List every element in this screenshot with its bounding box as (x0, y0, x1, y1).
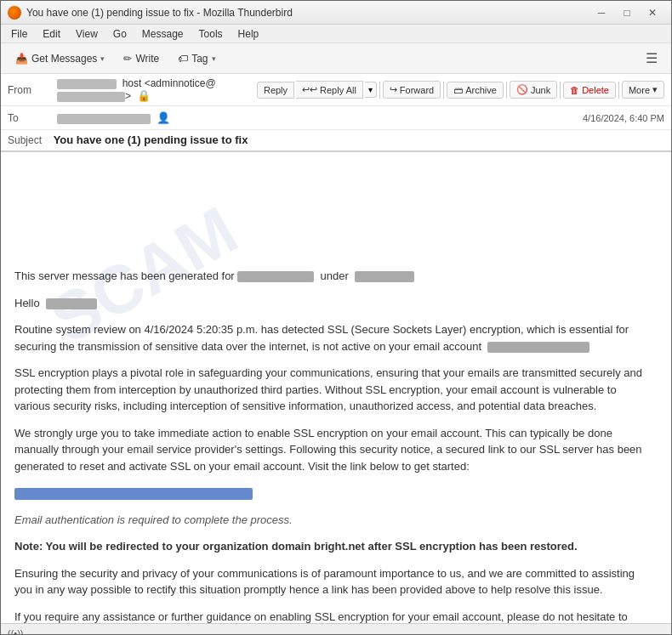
email-header: From host <adminnotice@ > 🔒 Reply ↩↩ Rep… (1, 74, 671, 152)
main-toolbar: 📥 Get Messages ▾ ✏ Write 🏷 Tag ▾ ☰ (1, 43, 671, 74)
reply-all-button[interactable]: ↩↩ Reply All (296, 81, 363, 99)
menu-tools[interactable]: Tools (192, 26, 230, 42)
to-row: To 👤 4/16/2024, 6:40 PM (1, 106, 671, 130)
window-title: You have one (1) pending issue to fix - … (26, 7, 589, 19)
para3: We strongly urge you to take immediate a… (14, 425, 652, 475)
delete-icon: 🗑 (570, 85, 579, 95)
menu-message[interactable]: Message (135, 26, 191, 42)
from-sender-blurred (57, 79, 117, 89)
from-domain-blurred (57, 92, 125, 102)
from-row: From host <adminnotice@ > 🔒 Reply ↩↩ Rep… (1, 74, 671, 106)
status-bar: ((•)) (1, 623, 671, 635)
write-icon: ✏ (123, 53, 132, 65)
delete-button[interactable]: 🗑 Delete (563, 82, 616, 99)
tag-button[interactable]: 🏷 Tag ▾ (170, 48, 223, 69)
app-icon (8, 6, 21, 20)
para1: Routine system review on 4/16/2024 5:20:… (14, 321, 652, 354)
para1-account-blurred (487, 342, 589, 353)
to-value: 👤 (57, 111, 576, 124)
minimize-button[interactable]: ─ (589, 4, 613, 21)
menu-edit[interactable]: Edit (36, 26, 67, 42)
forward-button[interactable]: ↪ Forward (383, 81, 441, 99)
maximize-button[interactable]: □ (615, 4, 639, 21)
title-bar: You have one (1) pending issue to fix - … (1, 1, 671, 25)
server-recipient-blurred (237, 271, 314, 282)
hello-name-blurred (46, 298, 97, 309)
action-separator-3 (506, 82, 507, 99)
archive-button[interactable]: 🗃 Archive (447, 82, 504, 99)
hello-line: Hello (14, 295, 652, 312)
status-text: ((•)) (8, 628, 24, 636)
more-dropdown-arrow: ▾ (652, 84, 658, 95)
reply-button[interactable]: Reply (257, 82, 294, 99)
write-button[interactable]: ✏ Write (116, 48, 167, 69)
server-message-line: This server message has been generated f… (14, 268, 652, 285)
menu-go[interactable]: Go (106, 26, 134, 42)
action-separator-2 (443, 82, 444, 99)
subject-value: You have one (1) pending issue to fix (54, 133, 248, 146)
auth-note: Email authentication is required to comp… (14, 512, 652, 529)
subject-label: Subject (8, 134, 50, 146)
para5: If you require any assistance or further… (14, 609, 652, 624)
action-separator-1 (379, 82, 380, 99)
activation-link-blurred[interactable] (14, 488, 253, 500)
para2: SSL encryption plays a pivotal role in s… (14, 365, 652, 415)
action-separator-5 (618, 82, 619, 99)
email-content: SCAM This server message has been genera… (14, 166, 652, 623)
para4: Ensuring the security and privacy of you… (14, 565, 652, 598)
action-separator-4 (560, 82, 561, 99)
from-label: From (8, 84, 50, 96)
window-controls: ─ □ ✕ (589, 4, 664, 21)
email-action-buttons: Reply ↩↩ Reply All ▾ ↪ Forward 🗃 Archive… (257, 81, 664, 99)
menu-file[interactable]: File (4, 26, 34, 42)
email-date: 4/16/2024, 6:40 PM (583, 113, 664, 123)
reply-all-icon: ↩↩ (302, 84, 317, 95)
hamburger-menu[interactable]: ☰ (639, 47, 664, 70)
archive-icon: 🗃 (453, 85, 463, 95)
menu-help[interactable]: Help (231, 26, 266, 42)
junk-icon: 🚫 (516, 84, 528, 95)
reply-dropdown-button[interactable]: ▾ (365, 82, 377, 98)
bold-note: Note: You will be redirected to your org… (14, 538, 652, 555)
email-body: SCAM This server message has been genera… (1, 152, 671, 623)
to-icon: 👤 (157, 111, 170, 124)
link-line (14, 485, 652, 502)
forward-icon: ↪ (390, 84, 397, 95)
more-button[interactable]: More ▾ (622, 81, 664, 99)
tag-dropdown-arrow: ▾ (212, 54, 216, 63)
security-icon: 🔒 (137, 89, 151, 102)
to-address-blurred (57, 114, 151, 124)
menu-bar: File Edit View Go Message Tools Help (1, 25, 671, 43)
from-value: host <adminnotice@ > 🔒 (57, 77, 250, 102)
tag-icon: 🏷 (178, 53, 188, 65)
server-domain-blurred (355, 271, 414, 282)
menu-view[interactable]: View (69, 26, 105, 42)
close-button[interactable]: ✕ (641, 4, 664, 21)
junk-button[interactable]: 🚫 Junk (510, 81, 557, 99)
get-messages-dropdown-arrow: ▾ (100, 54, 105, 63)
get-messages-icon: 📥 (15, 53, 28, 65)
get-messages-button[interactable]: 📥 Get Messages ▾ (8, 48, 112, 69)
to-label: To (8, 112, 50, 124)
subject-row: Subject You have one (1) pending issue t… (1, 130, 671, 150)
